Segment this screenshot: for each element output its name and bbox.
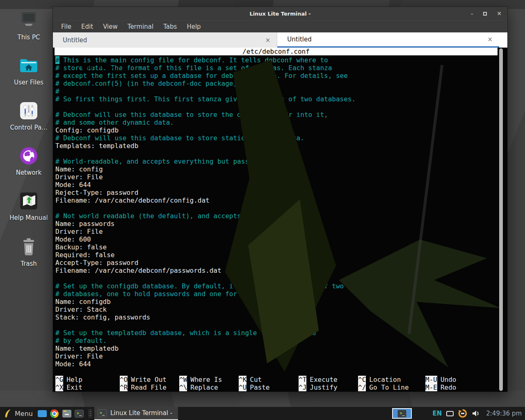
nano-line: # Not world readable (the default), and …: [55, 212, 507, 220]
desktop-icon-label: Trash: [21, 260, 37, 267]
nano-line: Name: passwords: [55, 220, 507, 228]
nano-shortcut-row-1: ^GHelp^OWrite Out^WWhere Is^KCut^TExecut…: [55, 376, 495, 383]
wallpaper-shape: [0, 390, 525, 407]
menu-file[interactable]: File: [61, 23, 71, 30]
taskbar: Menu >_ >_ Linux Lite Terminal - >_ EN: [0, 407, 525, 420]
volume-icon[interactable]: [472, 410, 480, 417]
nano-shortcuts: ^GHelp^OWrite Out^WWhere Is^KCut^TExecut…: [55, 376, 495, 391]
tab-label: Untitled: [277, 36, 311, 43]
folder-home-icon: [19, 56, 39, 75]
menu-terminal[interactable]: Terminal: [128, 23, 153, 30]
maximize-button[interactable]: [483, 12, 487, 16]
tab-untitled-2[interactable]: Untitled ×: [277, 32, 499, 48]
linux-lite-feather-icon: [4, 409, 11, 418]
nano-shortcut: ^KCut: [239, 376, 262, 383]
network-globe-icon: [19, 146, 39, 166]
desktop-icon-control-panel[interactable]: Control Pa...: [7, 101, 50, 131]
tab-untitled-1[interactable]: Untitled ×: [53, 32, 277, 48]
nano-lines: # This is the main config file for debco…: [53, 55, 507, 368]
nano-line: # databases, one to hold passwords and o…: [55, 290, 507, 298]
minimize-button[interactable]: –: [470, 11, 473, 16]
desktop-icon-trash[interactable]: Trash: [7, 237, 50, 267]
trash-icon: [19, 237, 39, 257]
nano-line: Reject-Type: password: [55, 189, 507, 196]
nano-line: # Debconf will use this database to stor…: [55, 134, 507, 142]
nano-line: Filename: /var/cache/debconf/config.dat: [55, 196, 507, 204]
menu-view[interactable]: View: [103, 23, 118, 30]
nano-line: Backup: false: [55, 243, 507, 251]
terminal-window: Linux Lite Terminal - – ✕ File Edit View…: [52, 7, 508, 392]
menu-help[interactable]: Help: [187, 23, 201, 30]
start-menu-button[interactable]: Menu: [2, 407, 36, 420]
desktop-icon-label: Help Manual: [9, 214, 48, 221]
terminal-icon: >_: [98, 409, 107, 417]
terminal-icon: >_: [397, 410, 406, 418]
nano-shortcut: ^GHelp: [55, 376, 82, 383]
nano-shortcut-row-2: ^XExit^RRead File^\Replace^UPaste^JJusti…: [55, 383, 495, 391]
workspace-pager[interactable]: >_: [392, 408, 412, 419]
desktop-icon-this-pc[interactable]: This PC: [7, 11, 50, 41]
task-button-label: Linux Lite Terminal -: [110, 409, 172, 417]
nano-line: [55, 274, 507, 282]
taskbar-separator: [89, 409, 92, 418]
show-desktop-icon[interactable]: [36, 407, 48, 420]
menu-edit[interactable]: Edit: [81, 23, 93, 30]
window-titlebar: Linux Lite Terminal - – ✕: [53, 7, 507, 20]
nano-line: [55, 103, 507, 111]
tab-label: Untitled: [53, 37, 87, 44]
nano-line: # So first things first. This first stan…: [55, 95, 507, 103]
updates-tray-icon[interactable]: [458, 409, 467, 418]
nano-line: [55, 204, 507, 212]
desktop-icon-label: Control Pa...: [10, 124, 48, 131]
nano-filename: /etc/debconf.conf: [55, 48, 498, 55]
nano-shortcut: ^TExecute: [299, 376, 338, 383]
nano-shortcut: M-ERedo: [425, 383, 456, 391]
nano-line: Accept-Type: password: [55, 259, 507, 267]
nano-line: # Set up the templatedb database, which …: [55, 329, 507, 337]
nano-line: Mode: 644: [55, 181, 507, 189]
window-controls: – ✕: [470, 7, 502, 20]
nano-line: [55, 150, 507, 158]
desktop-icon-label: This PC: [18, 34, 40, 41]
nano-line: Name: templatedb: [55, 345, 507, 352]
nano-line: Config: configdb: [55, 126, 507, 134]
tab-close-icon[interactable]: ×: [487, 36, 493, 43]
nano-line: # World-readable, and accepts everything…: [55, 158, 507, 165]
nano-shortcut: ^WWhere Is: [179, 376, 222, 383]
nano-line: Mode: 644: [55, 360, 507, 368]
nano-line: # Set up the configdb database. By defau…: [55, 282, 507, 290]
chrome-icon[interactable]: [48, 407, 61, 420]
nano-version: GNU nano 7.2: [78, 63, 129, 71]
nano-line: #: [55, 87, 507, 95]
terminal-content[interactable]: /etc/debconf.conf GNU nano 7.2 # This is…: [53, 48, 507, 392]
nano-line: Driver: File: [55, 173, 507, 181]
desktop-icon-user-files[interactable]: User Files: [7, 56, 50, 86]
menu-tabs[interactable]: Tabs: [163, 23, 177, 30]
start-menu-label: Menu: [15, 410, 33, 418]
nano-line: Driver: File: [55, 352, 507, 360]
help-manual-icon: [19, 191, 39, 211]
nano-shortcut: ^OWrite Out: [120, 376, 167, 383]
keyboard-layout-indicator[interactable]: EN: [432, 410, 442, 417]
task-button-terminal[interactable]: >_ Linux Lite Terminal -: [94, 407, 178, 420]
computer-icon: [19, 11, 39, 30]
terminal-scrollbar[interactable]: [499, 48, 503, 391]
window-title: Linux Lite Terminal -: [249, 11, 310, 17]
clock[interactable]: 2:49:36 pm: [486, 410, 522, 417]
desktop-icon-network[interactable]: Network: [7, 146, 50, 176]
desktop-icon-label: User Files: [14, 79, 43, 86]
system-tray: EN 2:49:36 pm: [432, 409, 525, 418]
nano-line: Driver: File: [55, 228, 507, 235]
nano-shortcut: ^XExit: [55, 383, 82, 391]
desktop-icon-label: Network: [16, 169, 42, 176]
nano-line: Name: configdb: [55, 298, 507, 306]
window-outline-tray-icon[interactable]: [446, 411, 454, 416]
close-button[interactable]: ✕: [497, 11, 502, 16]
nano-shortcut: ^/Go To Line: [358, 383, 409, 391]
tab-close-icon[interactable]: ×: [265, 37, 271, 44]
file-manager-icon[interactable]: [61, 407, 73, 420]
nano-titlebar: /etc/debconf.conf GNU nano 7.2: [55, 48, 498, 55]
desktop-icon-help-manual[interactable]: Help Manual: [7, 191, 50, 221]
nano-line: # debconf.conf(5) (in the debconf-doc pa…: [55, 80, 507, 87]
terminal-launcher-icon[interactable]: >_: [73, 407, 85, 420]
